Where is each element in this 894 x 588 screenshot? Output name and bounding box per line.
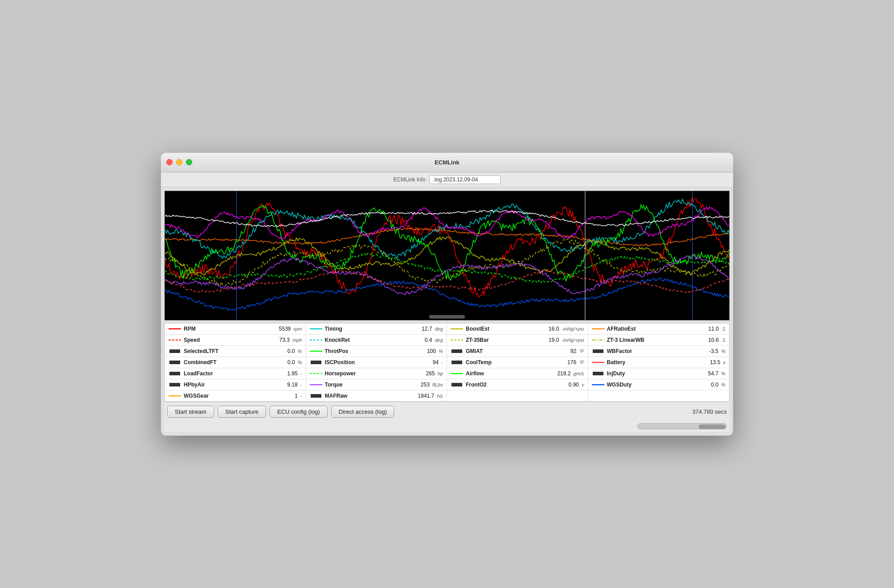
fronto2-icon [451, 382, 463, 388]
svg-rect-11 [593, 349, 603, 353]
channel-name: InjDuty [607, 370, 705, 377]
channel-name: WGSGear [184, 393, 292, 399]
channel-value: 0.90 [569, 382, 579, 388]
channel-name: SelectedLTFT [184, 348, 285, 354]
data-cell: RPM 5539 rpm [165, 323, 306, 334]
channel-value: 0.4 [425, 337, 432, 343]
data-cell: CoolTemp 176 °F [447, 357, 588, 368]
channel-value: 9.18 [287, 382, 297, 388]
channel-unit: rpm [294, 326, 302, 332]
channel-unit: °F [579, 349, 584, 354]
data-grid: RPM 5539 rpm Timing 12.7 deg Boost [164, 323, 730, 402]
data-cell: GMIAT 92 °F [447, 346, 588, 357]
channel-unit: deg [435, 326, 443, 332]
selectedltft-icon [169, 348, 181, 354]
mafraw-icon [310, 393, 322, 399]
channel-unit: Hz [437, 393, 443, 399]
channel-unit: % [721, 371, 725, 376]
channel-name: KnockRet [325, 337, 422, 343]
data-cell: Torque 253 ftLbs [306, 379, 447, 390]
wgsduty-icon [592, 382, 604, 388]
chart-area[interactable] [164, 191, 730, 320]
close-button[interactable] [166, 159, 173, 165]
channel-name: GMIAT [466, 348, 568, 354]
channel-name: RPM [184, 326, 276, 332]
scrollbar-track[interactable] [637, 423, 727, 429]
maximize-button[interactable] [186, 159, 192, 165]
channel-name: LoadFactor [184, 370, 284, 377]
data-cell: WGSGear 1 - [165, 391, 306, 401]
channel-unit: deg [435, 337, 443, 343]
data-cell: Timing 12.7 deg [306, 323, 447, 334]
channel-name: BoostEst [466, 326, 546, 332]
airflow-icon [451, 370, 463, 377]
minimize-button[interactable] [176, 159, 182, 165]
data-cell: InjDuty 54.7 % [588, 368, 730, 379]
start-capture-button[interactable]: Start capture [218, 406, 266, 418]
data-cell: WGSDuty 0.0 % [588, 379, 730, 390]
zt3linearwb-icon [592, 337, 604, 343]
speed-icon [169, 337, 181, 343]
svg-rect-20 [169, 383, 180, 386]
channel-unit: % [721, 382, 725, 387]
channel-unit: % [298, 349, 302, 354]
scrollbar-area [164, 421, 730, 432]
injduty-icon [592, 370, 604, 377]
data-cell: AFRatioEst 11.0 :1 [588, 323, 730, 334]
channel-name: ThrotPos [325, 348, 425, 354]
channel-unit: % [439, 349, 443, 354]
channel-unit: hp [438, 371, 443, 376]
main-window: ECMLink ECMLink Info RPM 5539 rpm [161, 153, 733, 436]
throttpos-icon [310, 348, 322, 354]
svg-rect-25 [311, 394, 321, 398]
data-cell: WBFactor -3.5 % [588, 346, 730, 357]
channel-unit: mph [292, 337, 302, 343]
channel-value: 11.0 [708, 326, 718, 332]
bottom-bar: Start stream Start capture ECU config (l… [164, 402, 730, 421]
data-row: WGSGear 1 - MAFRaw 1841.7 Hz [165, 391, 729, 401]
hpbyair-icon [169, 382, 181, 388]
channel-value: 19.0 [548, 337, 559, 343]
channel-name: ZT-35Bar [466, 337, 546, 343]
window-title: ECMLink [434, 159, 460, 166]
toolbar: ECMLink Info [161, 172, 733, 187]
direct-access-button[interactable]: Direct access (log) [331, 406, 395, 418]
svg-rect-19 [593, 372, 603, 375]
filename-input[interactable] [429, 175, 501, 184]
data-cell: KnockRet 0.4 deg [306, 335, 447, 345]
rpm-icon [169, 326, 181, 332]
data-row: HPbyAir 9.18 - Torque 253 ftLbs Fr [165, 379, 729, 391]
channel-value: 1.95 [287, 370, 297, 377]
channel-name: Airflow [466, 370, 555, 377]
ecu-config-button[interactable]: ECU config (log) [270, 406, 327, 418]
data-cell: BoostEst 16.0 -inHg/+psi [447, 323, 588, 334]
scrollbar-thumb[interactable] [699, 424, 725, 429]
combinedft-icon [169, 359, 181, 365]
start-stream-button[interactable]: Start stream [167, 406, 214, 418]
data-cell: Battery 13.5 v [588, 357, 730, 368]
empty-cell [447, 391, 588, 401]
battery-icon [592, 359, 604, 365]
channel-name: Battery [607, 359, 708, 365]
svg-rect-10 [451, 349, 462, 353]
channel-value: 92 [570, 348, 576, 354]
channel-unit: % [721, 349, 725, 354]
channel-unit: - [441, 360, 443, 365]
boostest-icon [451, 326, 463, 332]
channel-value: 1841.7 [418, 393, 434, 399]
content-area: RPM 5539 rpm Timing 12.7 deg Boost [161, 187, 733, 436]
chart-scrollbar[interactable] [429, 315, 465, 319]
channel-unit: - [300, 371, 302, 376]
data-cell: CombinedFT 0.0 % [165, 357, 306, 368]
channel-name: CombinedFT [184, 359, 285, 365]
horsepower-icon [310, 370, 322, 377]
channel-value: -3.5 [709, 348, 719, 354]
timing-icon [310, 326, 322, 332]
channel-name: FrontO2 [466, 382, 566, 388]
channel-value: 253 [421, 382, 430, 388]
channel-unit: ftLbs [432, 382, 443, 387]
channel-unit: :1 [721, 337, 725, 343]
toolbar-label: ECMLink Info [393, 176, 426, 183]
channel-value: 5539 [279, 326, 291, 332]
wgsgear-icon [169, 393, 181, 399]
